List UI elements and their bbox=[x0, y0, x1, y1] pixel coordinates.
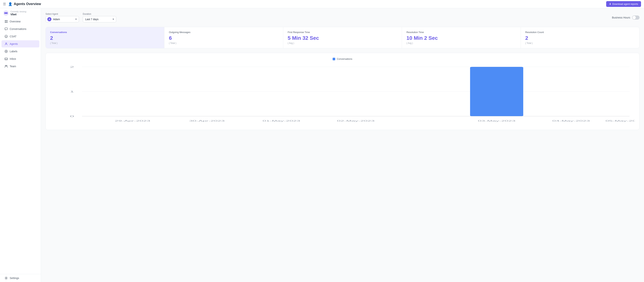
topbar: ☰ 👤 Agents Overview ⬇ Download agent rep… bbox=[0, 0, 644, 8]
svg-text:01-May-2023: 01-May-2023 bbox=[262, 119, 300, 122]
stat-conversations-value: 2 bbox=[50, 35, 160, 41]
main-content: Select Agent A Adam ▼ Duration Last 7 da… bbox=[41, 8, 644, 282]
svg-rect-8 bbox=[5, 28, 8, 30]
agents-overview-icon: 👤 bbox=[8, 2, 12, 6]
sidebar-item-inbox-label: Inbox bbox=[10, 57, 16, 60]
stat-card-resolution-count[interactable]: Resolution Count 2 ( Total ) bbox=[521, 27, 639, 48]
sidebar-item-overview-label: Overview bbox=[10, 20, 20, 23]
sidebar-item-conversations[interactable]: Conversations bbox=[2, 25, 39, 33]
duration-filter-label: Duration bbox=[83, 13, 116, 15]
duration-select[interactable]: Last 7 days Last 30 days Last 90 days bbox=[83, 16, 116, 22]
csat-icon bbox=[4, 35, 8, 38]
svg-text:30-Apr-2023: 30-Apr-2023 bbox=[189, 119, 224, 122]
sidebar-item-agents-label: Agents bbox=[10, 42, 18, 45]
svg-point-10 bbox=[6, 36, 6, 36]
svg-text:04-May-2023: 04-May-2023 bbox=[552, 119, 590, 122]
svg-point-14 bbox=[6, 51, 7, 52]
svg-text:0: 0 bbox=[70, 115, 74, 118]
stat-resolution-count-sublabel: ( Total ) bbox=[525, 42, 635, 44]
svg-text:02-May-2023: 02-May-2023 bbox=[337, 119, 375, 122]
sidebar-nav: Overview Conversations CSAT Agents Label… bbox=[0, 18, 41, 70]
menu-toggle-button[interactable]: ☰ bbox=[3, 2, 6, 6]
overview-icon bbox=[4, 20, 8, 23]
stat-outgoing-messages-value: 6 bbox=[169, 35, 278, 41]
agent-initial-badge: A bbox=[47, 17, 52, 21]
bar-chart-svg: 2 1 0 29-Apr-2023 30-Apr-2023 01-May-202… bbox=[50, 63, 635, 127]
svg-text:1: 1 bbox=[70, 90, 74, 93]
sidebar-item-csat-label: CSAT bbox=[10, 35, 16, 38]
labels-icon bbox=[4, 50, 8, 53]
sidebar-item-team[interactable]: Team bbox=[2, 63, 39, 70]
stat-resolution-time-label: Resolution Time bbox=[406, 31, 516, 34]
svg-point-12 bbox=[6, 43, 7, 44]
svg-point-16 bbox=[5, 65, 6, 66]
svg-text:05-May-2023: 05-May-2023 bbox=[606, 119, 635, 122]
download-icon: ⬇ bbox=[609, 3, 611, 6]
stat-card-first-response-time[interactable]: First Response Time 5 Min 32 Sec ( Avg ) bbox=[283, 27, 402, 48]
business-hours-label: Business Hours bbox=[612, 16, 630, 19]
duration-select-wrapper: Last 7 days Last 30 days Last 90 days ▼ bbox=[83, 16, 116, 22]
svg-rect-5 bbox=[6, 20, 8, 21]
agent-filter-label: Select Agent bbox=[46, 13, 79, 15]
page-title: 👤 Agents Overview bbox=[8, 2, 41, 6]
svg-rect-4 bbox=[5, 20, 6, 21]
sidebar-item-labels-label: Labels bbox=[10, 50, 17, 53]
legend-conversations-label: Conversations bbox=[337, 58, 352, 60]
sidebar-brand-area: Currently viewing: Vbet bbox=[0, 8, 41, 18]
sidebar-item-settings[interactable]: Settings bbox=[2, 274, 39, 282]
sidebar: Currently viewing: Vbet Overview Convers… bbox=[0, 0, 41, 282]
sidebar-item-settings-label: Settings bbox=[10, 276, 19, 279]
svg-rect-7 bbox=[6, 22, 8, 23]
business-hours-toggle-group: Business Hours bbox=[612, 16, 640, 20]
agent-select-wrapper: A Adam ▼ bbox=[46, 16, 79, 22]
legend-conversations-dot bbox=[332, 58, 335, 60]
svg-point-9 bbox=[5, 35, 8, 38]
sidebar-item-agents[interactable]: Agents bbox=[2, 40, 39, 47]
svg-rect-6 bbox=[5, 22, 6, 23]
svg-text:03-May-2023: 03-May-2023 bbox=[478, 119, 516, 122]
bar-03-may bbox=[470, 67, 523, 116]
chart-area: 2 1 0 29-Apr-2023 30-Apr-2023 01-May-202… bbox=[50, 63, 635, 127]
stat-outgoing-messages-sublabel: ( Total ) bbox=[169, 42, 278, 44]
svg-point-13 bbox=[5, 50, 8, 53]
stat-resolution-count-label: Resolution Count bbox=[525, 31, 635, 34]
svg-text:2: 2 bbox=[70, 66, 74, 68]
svg-point-18 bbox=[6, 278, 7, 279]
stat-first-response-time-value: 5 Min 32 Sec bbox=[288, 35, 397, 41]
svg-text:29-Apr-2023: 29-Apr-2023 bbox=[115, 119, 150, 122]
settings-icon bbox=[4, 276, 8, 280]
stat-outgoing-messages-label: Outgoing Messages bbox=[169, 31, 278, 34]
conversations-icon bbox=[4, 27, 8, 31]
sidebar-item-conversations-label: Conversations bbox=[10, 28, 26, 31]
inbox-icon bbox=[4, 57, 8, 61]
topbar-left: ☰ 👤 Agents Overview bbox=[3, 2, 41, 6]
agent-filter-group: Select Agent A Adam ▼ bbox=[46, 13, 79, 22]
settings-section: Settings bbox=[0, 274, 41, 282]
sidebar-item-team-label: Team bbox=[10, 65, 16, 68]
chart-container: Conversations 2 1 0 bbox=[46, 53, 640, 130]
stats-row: Conversations 2 ( Total ) Outgoing Messa… bbox=[46, 27, 640, 48]
stat-resolution-time-sublabel: ( Avg ) bbox=[406, 42, 516, 44]
business-hours-toggle[interactable] bbox=[632, 16, 640, 20]
stat-conversations-sublabel: ( Total ) bbox=[50, 42, 160, 44]
filters-row: Select Agent A Adam ▼ Duration Last 7 da… bbox=[46, 13, 640, 22]
stat-conversations-label: Conversations bbox=[50, 31, 160, 34]
stat-card-conversations[interactable]: Conversations 2 ( Total ) bbox=[46, 27, 164, 48]
svg-rect-3 bbox=[6, 13, 6, 14]
sidebar-item-inbox[interactable]: Inbox bbox=[2, 55, 39, 62]
download-agent-reports-button[interactable]: ⬇ Download agent reports bbox=[606, 1, 641, 7]
chart-legend: Conversations bbox=[50, 58, 635, 60]
stat-card-outgoing-messages[interactable]: Outgoing Messages 6 ( Total ) bbox=[164, 27, 283, 48]
sidebar-item-overview[interactable]: Overview bbox=[2, 18, 39, 25]
stat-first-response-time-sublabel: ( Avg ) bbox=[288, 42, 397, 44]
stat-first-response-time-label: First Response Time bbox=[288, 31, 397, 34]
duration-filter-group: Duration Last 7 days Last 30 days Last 9… bbox=[83, 13, 116, 22]
sidebar-item-csat[interactable]: CSAT bbox=[2, 33, 39, 40]
sidebar-item-labels[interactable]: Labels bbox=[2, 48, 39, 55]
svg-point-2 bbox=[6, 12, 8, 14]
stat-card-resolution-time[interactable]: Resolution Time 10 Min 2 Sec ( Avg ) bbox=[402, 27, 521, 48]
agents-icon bbox=[4, 42, 8, 46]
team-icon bbox=[4, 65, 8, 68]
svg-point-11 bbox=[6, 36, 7, 36]
app-logo bbox=[3, 10, 9, 16]
